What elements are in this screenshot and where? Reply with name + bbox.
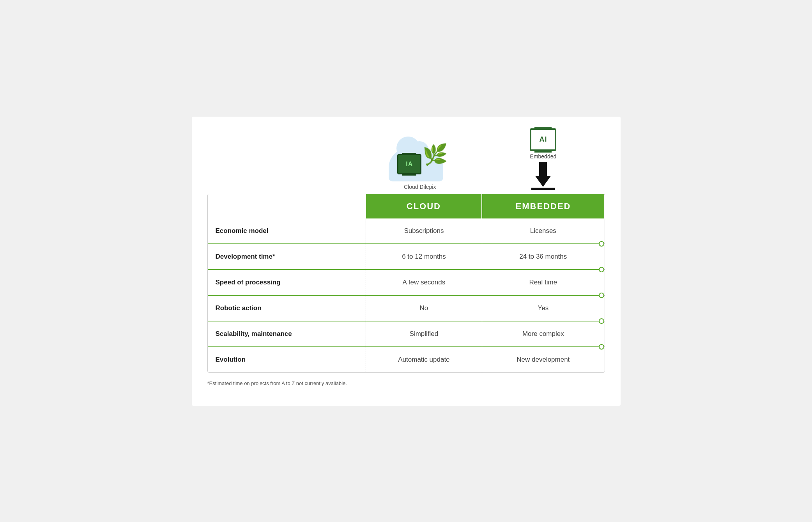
arrow-head <box>535 176 551 187</box>
cloud-dilepix-logo: IA 🌿 Cloud Dilepix <box>389 142 451 190</box>
feature-label: Development time* <box>208 244 366 269</box>
arrow-body <box>539 162 547 176</box>
feature-label: Evolution <box>208 347 366 372</box>
embedded-value: 24 to 36 months <box>482 244 604 269</box>
separator-dot <box>599 344 604 350</box>
separator-cell <box>208 243 605 244</box>
embedded-value: Licenses <box>482 218 604 243</box>
feature-label: Scalability, maintenance <box>208 321 366 346</box>
footnote: *Estimated time on projects from A to Z … <box>207 380 605 386</box>
separator-cell <box>208 321 605 321</box>
separator-cell <box>208 269 605 270</box>
table-header-row: CLOUD EMBEDDED <box>208 194 605 218</box>
table-row: EvolutionAutomatic updateNew development <box>208 347 605 372</box>
embedded-value: More complex <box>482 321 604 346</box>
cloud-logo-col: IA 🌿 Cloud Dilepix <box>358 142 481 190</box>
cloud-icon-wrap: IA 🌿 <box>389 142 451 181</box>
arrow-base <box>531 188 555 190</box>
comparison-table: CLOUD EMBEDDED Economic modelSubscriptio… <box>208 194 605 372</box>
separator-dot <box>599 267 604 272</box>
chip-ai-icon: AI <box>530 128 556 151</box>
cloud-value: No <box>366 296 482 321</box>
chip-ia-icon: IA <box>397 154 421 174</box>
embedded-value: Yes <box>482 296 604 321</box>
header-cloud-col: CLOUD <box>366 194 482 218</box>
separator-dot <box>599 241 604 247</box>
feature-label: Speed of processing <box>208 270 366 295</box>
leaf-icon: 🌿 <box>423 144 448 165</box>
embedded-label: Embedded <box>530 153 557 160</box>
separator-row <box>208 269 605 270</box>
cloud-value: Simplified <box>366 321 482 346</box>
embedded-value: Real time <box>482 270 604 295</box>
embedded-logo-col: AI Embedded <box>481 128 605 190</box>
table-row: Development time*6 to 12 months24 to 36 … <box>208 244 605 269</box>
header-feature-col <box>208 194 366 218</box>
table-row: Economic modelSubscriptionsLicenses <box>208 218 605 243</box>
separator-row <box>208 346 605 347</box>
cloud-value: Automatic update <box>366 347 482 372</box>
table-row: Speed of processingA few secondsReal tim… <box>208 270 605 295</box>
embedded-logo: AI Embedded <box>530 128 556 190</box>
cloud-value: 6 to 12 months <box>366 244 482 269</box>
header-embedded-col: EMBEDDED <box>482 194 604 218</box>
download-arrow-icon <box>531 162 555 190</box>
embedded-value: New development <box>482 347 604 372</box>
separator-row <box>208 243 605 244</box>
separator-line <box>208 346 604 347</box>
page-wrapper: IA 🌿 Cloud Dilepix AI Embedded <box>192 117 621 406</box>
separator-dot <box>599 293 604 298</box>
cloud-value: A few seconds <box>366 270 482 295</box>
separator-cell <box>208 346 605 347</box>
table-row: Robotic actionNoYes <box>208 296 605 321</box>
separator-cell <box>208 295 605 296</box>
separator-line <box>208 243 604 244</box>
separator-row <box>208 295 605 296</box>
comparison-table-wrapper: CLOUD EMBEDDED Economic modelSubscriptio… <box>207 194 605 373</box>
feature-label: Robotic action <box>208 296 366 321</box>
separator-line <box>208 295 604 296</box>
header-area: IA 🌿 Cloud Dilepix AI Embedded <box>207 128 605 194</box>
separator-dot <box>599 318 604 324</box>
feature-label: Economic model <box>208 218 366 243</box>
separator-line <box>208 321 604 321</box>
cloud-dilepix-label: Cloud Dilepix <box>404 184 436 190</box>
cloud-value: Subscriptions <box>366 218 482 243</box>
separator-row <box>208 321 605 321</box>
table-row: Scalability, maintenanceSimplifiedMore c… <box>208 321 605 346</box>
separator-line <box>208 269 604 270</box>
